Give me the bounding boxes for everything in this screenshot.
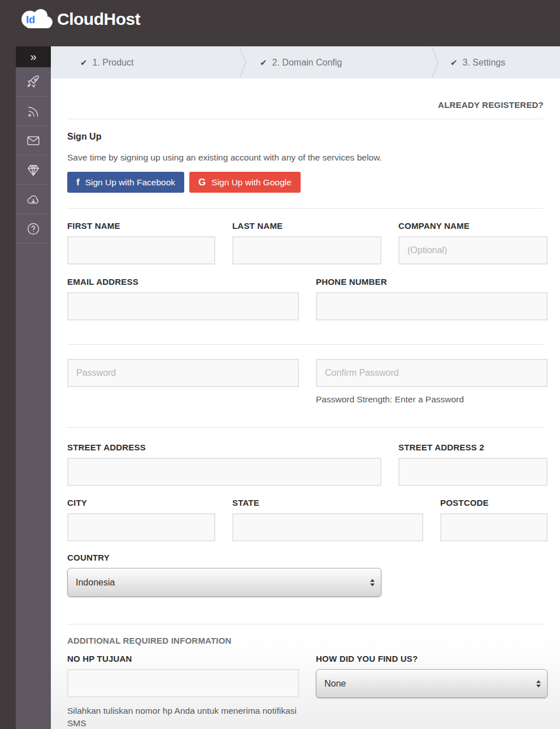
contact-row: EMAIL ADDRESS PHONE NUMBER — [67, 277, 544, 320]
first-name-label: FIRST NAME — [67, 221, 215, 231]
password-field — [67, 359, 299, 405]
country-select-value: Indonesia — [76, 578, 115, 588]
company-name-field: COMPANY NAME — [398, 221, 548, 264]
city-field: CITY — [67, 498, 215, 541]
last-name-label: LAST NAME — [232, 221, 381, 231]
street-address-2-field: STREET ADDRESS 2 — [398, 442, 548, 486]
company-name-label: COMPANY NAME — [398, 221, 548, 231]
city-row: CITY STATE POSTCODE — [67, 498, 544, 541]
how-found-select-value: None — [324, 679, 346, 689]
postcode-label: POSTCODE — [440, 498, 548, 507]
phone-label: PHONE NUMBER — [316, 277, 548, 287]
step-label: 1. Product — [93, 58, 134, 68]
company-name-input[interactable] — [398, 236, 548, 264]
step-separator-chevron — [239, 46, 247, 79]
state-label: STATE — [232, 498, 423, 507]
step-label: 2. Domain Config — [272, 58, 342, 68]
confirm-password-field: Password Strength: Enter a Password — [316, 359, 548, 405]
last-name-input[interactable] — [232, 236, 381, 264]
step-domain-config[interactable]: ✔ 2. Domain Config — [243, 46, 435, 79]
social-signup-row: f Sign Up with Facebook G Sign Up with G… — [67, 172, 544, 193]
no-hp-tujuan-field: NO HP TUJUAN Silahkan tuliskan nomor hp … — [67, 654, 299, 729]
gem-icon — [26, 163, 41, 177]
additional-info-title: ADDITIONAL REQUIRED INFORMATION — [67, 636, 544, 645]
phone-field: PHONE NUMBER — [316, 277, 548, 320]
step-separator-chevron — [431, 46, 439, 79]
app-header: Id CloudHost — [0, 0, 560, 38]
already-registered-link[interactable]: ALREADY REGISTERED? — [438, 100, 544, 110]
city-label: CITY — [67, 498, 215, 507]
last-name-field: LAST NAME — [232, 221, 381, 264]
chevrons-right-icon: » — [30, 50, 36, 63]
check-icon: ✔ — [260, 58, 267, 68]
brand-name: CloudHost — [57, 10, 140, 29]
additional-info-row: NO HP TUJUAN Silahkan tuliskan nomor hp … — [67, 654, 544, 729]
street-address-2-input[interactable] — [398, 458, 548, 486]
street-row: STREET ADDRESS STREET ADDRESS 2 — [67, 442, 544, 486]
sidebar-item-downloads[interactable] — [16, 185, 51, 214]
divider — [67, 119, 544, 119]
sidebar-item-support[interactable] — [16, 126, 51, 155]
divider — [67, 427, 544, 428]
sidebar: » — [16, 46, 51, 729]
select-arrows-icon — [370, 579, 375, 586]
broadcast-icon — [26, 104, 41, 119]
logo-id-text: Id — [26, 14, 35, 25]
help-icon — [26, 222, 41, 236]
country-field: COUNTRY Indonesia — [67, 553, 381, 597]
first-name-input[interactable] — [67, 236, 215, 264]
no-hp-help-text: Silahkan tuliskan nomor hp Anda untuk me… — [67, 705, 299, 729]
street-address-input[interactable] — [67, 458, 381, 486]
check-icon: ✔ — [80, 58, 88, 68]
city-input[interactable] — [67, 513, 215, 541]
how-found-select[interactable]: None — [316, 669, 548, 698]
street-address-field: STREET ADDRESS — [67, 442, 381, 486]
country-label: COUNTRY — [67, 553, 381, 562]
email-input[interactable] — [67, 292, 299, 320]
divider — [67, 344, 544, 345]
divider — [67, 624, 544, 624]
cloud-download-icon — [26, 192, 41, 207]
state-input[interactable] — [232, 513, 423, 541]
cloudhost-logo[interactable]: Id CloudHost — [17, 6, 140, 32]
phone-input[interactable] — [316, 292, 548, 320]
divider — [67, 208, 544, 209]
facebook-button-label: Sign Up with Facebook — [85, 177, 175, 188]
email-field: EMAIL ADDRESS — [67, 277, 299, 320]
main-content: ✔ 1. Product ✔ 2. Domain Config ✔ 3. Set… — [51, 46, 560, 729]
street-address-2-label: STREET ADDRESS 2 — [398, 442, 548, 452]
sidebar-collapse-button[interactable]: » — [16, 46, 51, 67]
already-registered-row: ALREADY REGISTERED? — [67, 79, 544, 110]
google-signup-button[interactable]: G Sign Up with Google — [189, 172, 301, 193]
google-icon: G — [198, 177, 206, 188]
checkout-steps: ✔ 1. Product ✔ 2. Domain Config ✔ 3. Set… — [51, 46, 560, 79]
page-body: » — [16, 46, 560, 729]
postcode-input[interactable] — [440, 513, 548, 541]
step-product[interactable]: ✔ 1. Product — [51, 46, 243, 79]
postcode-field: POSTCODE — [440, 498, 548, 541]
how-found-label: HOW DID YOU FIND US? — [316, 654, 548, 663]
signup-subtitle: Save time by signing up using an existin… — [67, 153, 544, 163]
password-strength-text: Password Strength: Enter a Password — [316, 394, 548, 405]
sidebar-item-help[interactable] — [16, 214, 51, 244]
how-found-field: HOW DID YOU FIND US? None — [316, 654, 548, 729]
rocket-icon — [26, 75, 41, 89]
no-hp-tujuan-input[interactable] — [67, 669, 299, 697]
cloud-logo-icon: Id — [17, 6, 55, 32]
check-icon: ✔ — [450, 58, 458, 68]
sidebar-item-getting-started[interactable] — [16, 67, 51, 97]
confirm-password-input[interactable] — [316, 359, 548, 387]
sidebar-item-announcements[interactable] — [16, 97, 51, 126]
step-settings[interactable]: ✔ 3. Settings — [435, 46, 560, 79]
facebook-signup-button[interactable]: f Sign Up with Facebook — [67, 172, 184, 193]
street-address-label: STREET ADDRESS — [67, 442, 381, 452]
step-label: 3. Settings — [463, 58, 506, 68]
google-button-label: Sign Up with Google — [211, 177, 291, 188]
password-input[interactable] — [67, 359, 299, 387]
sidebar-item-premium[interactable] — [16, 155, 51, 185]
signup-title: Sign Up — [67, 132, 544, 142]
password-row: Password Strength: Enter a Password — [67, 359, 544, 405]
country-select[interactable]: Indonesia — [67, 568, 381, 597]
email-label: EMAIL ADDRESS — [67, 277, 299, 287]
facebook-icon: f — [76, 177, 80, 188]
